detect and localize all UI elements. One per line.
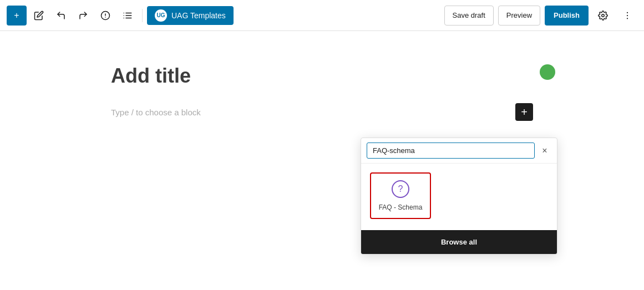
- editor-area: Add title Type / to choose a block +: [0, 31, 644, 143]
- undo-button[interactable]: [51, 6, 71, 26]
- question-mark-icon: ?: [398, 184, 403, 194]
- faq-schema-label: FAQ - Schema: [379, 203, 423, 211]
- inline-add-block-button[interactable]: +: [515, 103, 533, 121]
- info-button[interactable]: [95, 6, 115, 26]
- list-icon: [123, 11, 133, 21]
- main-toolbar: +: [0, 0, 644, 31]
- status-indicator: [540, 64, 555, 80]
- svg-point-10: [627, 12, 628, 13]
- inserter-search-row: ×: [361, 138, 557, 164]
- publish-button[interactable]: Publish: [545, 6, 589, 26]
- faq-schema-icon: ?: [392, 180, 409, 198]
- uag-templates-button[interactable]: UG UAG Templates: [147, 6, 234, 25]
- save-draft-button[interactable]: Save draft: [444, 6, 494, 26]
- redo-button[interactable]: [73, 6, 93, 26]
- settings-button[interactable]: [593, 6, 613, 26]
- clear-search-button[interactable]: ×: [538, 144, 551, 157]
- preview-button[interactable]: Preview: [498, 6, 540, 26]
- list-view-button[interactable]: [118, 6, 138, 26]
- inserter-results: ? FAQ - Schema: [361, 164, 557, 230]
- pencil-icon: [34, 11, 44, 21]
- uag-label: UAG Templates: [171, 11, 226, 20]
- add-block-button[interactable]: +: [7, 6, 27, 26]
- svg-point-12: [627, 18, 628, 19]
- faq-schema-block-item[interactable]: ? FAQ - Schema: [370, 172, 431, 219]
- toolbar-left: +: [7, 6, 442, 26]
- toolbar-separator: [142, 9, 143, 22]
- toolbar-right: Save draft Preview Publish: [444, 6, 637, 26]
- browse-all-button[interactable]: Browse all: [361, 230, 557, 254]
- uag-avatar: UG: [155, 9, 167, 22]
- block-inserter-popup: × ? FAQ - Schema Browse all: [361, 138, 557, 255]
- info-icon: [100, 11, 110, 21]
- block-search-input[interactable]: [367, 143, 535, 159]
- edit-tool-button[interactable]: [29, 6, 49, 26]
- title-placeholder[interactable]: Add title: [111, 64, 533, 88]
- ellipsis-icon: [622, 11, 632, 21]
- block-placeholder-row: Type / to choose a block +: [111, 103, 533, 121]
- gear-icon: [598, 11, 608, 21]
- redo-icon: [78, 11, 88, 21]
- block-placeholder-text: Type / to choose a block: [111, 108, 201, 117]
- undo-icon: [56, 11, 66, 21]
- svg-point-9: [602, 14, 605, 17]
- svg-point-11: [627, 14, 628, 16]
- more-options-button[interactable]: [617, 6, 637, 26]
